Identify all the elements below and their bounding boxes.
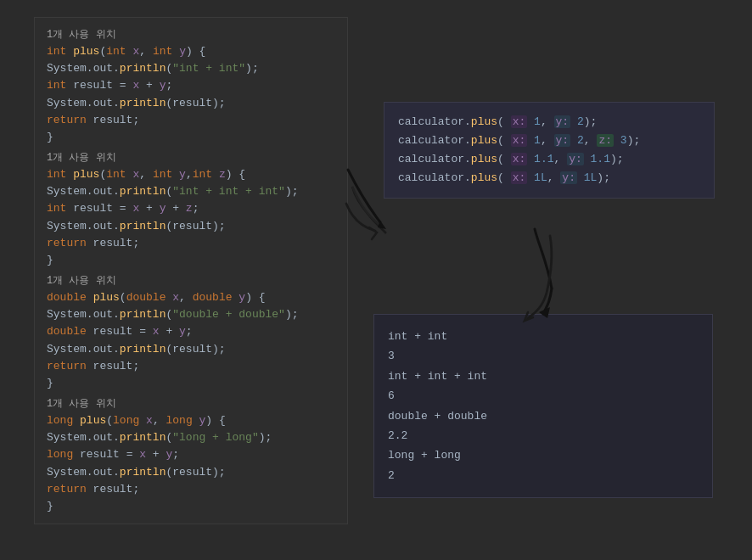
output-line-4: 6 xyxy=(388,386,699,406)
calc-line-2: calculator.plus( x: 1, y: 2, z: 3); xyxy=(398,132,700,150)
section-2-label: 1개 사용 위치 xyxy=(47,149,335,166)
section-4-code: long plus(long x, long y) { System.out.p… xyxy=(47,412,335,515)
code-line: return result; xyxy=(47,112,335,129)
code-line: return result; xyxy=(47,358,335,375)
code-line: System.out.println("int + int + int"); xyxy=(47,183,335,200)
code-line: int result = x + y; xyxy=(47,77,335,94)
code-line: long plus(long x, long y) { xyxy=(47,412,335,429)
code-line: int plus(int x, int y,int z) { xyxy=(47,166,335,183)
code-line: long result = x + y; xyxy=(47,446,335,463)
section-4-label: 1개 사용 위치 xyxy=(47,395,335,412)
calc-line-1: calculator.plus( x: 1, y: 2); xyxy=(398,113,700,132)
svg-marker-0 xyxy=(378,221,386,229)
code-line: return result; xyxy=(47,481,335,498)
code-line: double plus(double x, double y) { xyxy=(47,289,335,306)
code-line: } xyxy=(47,252,335,269)
code-line: System.out.println("int + int"); xyxy=(47,60,335,77)
output-line-3: int + int + int xyxy=(388,367,699,386)
left-code-panel: 1개 사용 위치 int plus(int x, int y) { System… xyxy=(34,17,348,524)
code-line: double result = x + y; xyxy=(47,323,335,340)
output-line-6: 2.2 xyxy=(388,426,699,445)
right-top-panel: calculator.plus( x: 1, y: 2); calculator… xyxy=(384,102,715,199)
section-3-code: double plus(double x, double y) { System… xyxy=(47,289,335,392)
output-line-1: int + int xyxy=(388,327,699,346)
right-bottom-panel: int + int 3 int + int + int 6 double + d… xyxy=(373,314,713,498)
code-line: int plus(int x, int y) { xyxy=(47,43,335,60)
code-line: int result = x + y + z; xyxy=(47,200,335,217)
output-line-8: 2 xyxy=(388,466,699,485)
section-1-code: int plus(int x, int y) { System.out.prin… xyxy=(47,43,335,146)
section-1-label: 1개 사용 위치 xyxy=(47,26,335,43)
code-line: } xyxy=(47,498,335,515)
output-line-2: 3 xyxy=(388,346,699,366)
code-line: System.out.println(result); xyxy=(47,218,335,235)
output-line-7: long + long xyxy=(388,445,699,465)
code-line: System.out.println("long + long"); xyxy=(47,429,335,446)
code-line: } xyxy=(47,375,335,392)
code-line: System.out.println(result); xyxy=(47,464,335,481)
code-line: System.out.println("double + double"); xyxy=(47,306,335,323)
code-line: System.out.println(result); xyxy=(47,341,335,358)
code-line: } xyxy=(47,129,335,146)
section-3-label: 1개 사용 위치 xyxy=(47,272,335,289)
calc-line-3: calculator.plus( x: 1.1, y: 1.1); xyxy=(398,150,700,169)
section-2-code: int plus(int x, int y,int z) { System.ou… xyxy=(47,166,335,269)
code-line: System.out.println(result); xyxy=(47,95,335,112)
code-line: return result; xyxy=(47,235,335,252)
output-line-5: double + double xyxy=(388,406,699,426)
calc-line-4: calculator.plus( x: 1L, y: 1L); xyxy=(398,169,700,188)
